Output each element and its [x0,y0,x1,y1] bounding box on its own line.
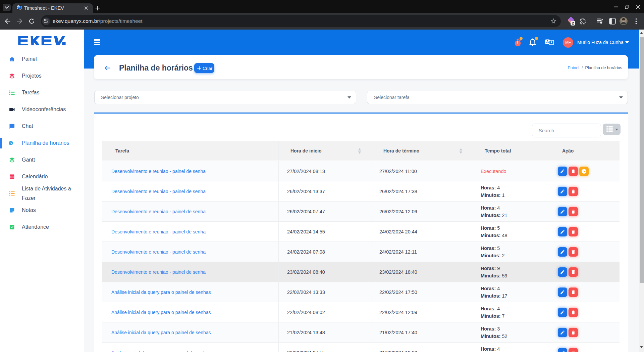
svg-text:A: A [546,40,549,44]
svg-text:2: 2 [572,21,574,25]
